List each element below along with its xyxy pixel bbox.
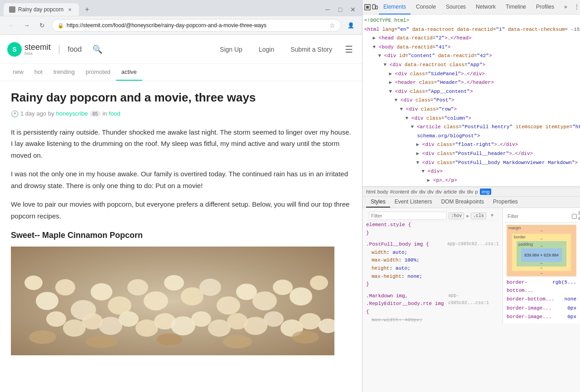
devtools-inspect-button[interactable] (364, 1, 371, 13)
devtools-tab-network[interactable]: Network (471, 0, 500, 15)
svg-point-16 (290, 287, 312, 305)
tab-new[interactable]: new (7, 64, 29, 81)
nav-tabs: new hot trending promoted active (0, 64, 362, 81)
tab-hot[interactable]: hot (29, 64, 48, 81)
dom-line-article-cont[interactable]: schema.org/blogPost"> (362, 132, 580, 141)
styles-tab-styles[interactable]: Styles (366, 197, 390, 208)
devtools-tab-console[interactable]: Console (411, 0, 440, 15)
devtools-tab-sources[interactable]: Sources (441, 0, 470, 15)
svg-rect-40 (366, 6, 369, 9)
tab-active[interactable]: active (116, 64, 142, 81)
dom-line-innerdiv[interactable]: ▼ <div> (362, 167, 580, 176)
styles-panel-tabs: Styles Event Listeners DOM Breakpoints P… (362, 197, 580, 208)
tab-promoted[interactable]: promoted (80, 64, 116, 81)
svg-point-35 (86, 335, 117, 348)
devtools-tab-profiles[interactable]: Profiles (532, 0, 559, 15)
dom-line-content[interactable]: ▼ <div id="content" data-reactid="42"> (362, 52, 580, 61)
dom-line-body[interactable]: ▼ <body data-reactid="41"> (362, 43, 580, 52)
login-button[interactable]: Login (253, 43, 280, 56)
breadcrumb-img[interactable]: img (480, 189, 492, 195)
dom-line-header[interactable]: ▶ <header class="Header">…</header> (362, 78, 580, 87)
breadcrumb-div2[interactable]: div (419, 189, 425, 194)
search-icon[interactable]: 🔍 (92, 44, 102, 54)
svg-rect-41 (372, 5, 375, 9)
window-maximize-button[interactable]: □ (335, 4, 346, 15)
breadcrumb-div1[interactable]: div (411, 189, 417, 194)
breadcrumb-article[interactable]: article (444, 189, 457, 194)
dom-line-sidepanel[interactable]: ▶ <div class="SidePanel">…</div> (362, 70, 580, 79)
hamburger-menu-button[interactable]: ☰ (343, 42, 355, 57)
svg-point-6 (24, 276, 43, 290)
dom-line-head[interactable]: ▶ <head data-reactid="2">…</head> (362, 34, 580, 43)
window-minimize-button[interactable]: ─ (322, 4, 333, 15)
breadcrumb-div6[interactable]: div (467, 189, 474, 194)
article-content: Rainy day popcorn and a movie, three way… (0, 81, 362, 392)
article-paragraph-3: We love to pair our movies with popcorn,… (11, 198, 351, 222)
dom-line-doctype[interactable]: <!DOCTYPE html> (362, 16, 580, 25)
meta-category[interactable]: food (109, 110, 120, 117)
ssl-icon: 🔒 (58, 23, 64, 29)
computed-prop-border-image-2: border-image... 0px (505, 313, 578, 322)
css-link-1[interactable]: app-c985c02...css:1 (447, 241, 499, 249)
breadcrumb-div5[interactable]: div (459, 189, 465, 194)
dom-line-floatright[interactable]: ▶ <div class="float-right">…</div> (362, 140, 580, 150)
svg-point-22 (119, 311, 139, 327)
breadcrumb-p[interactable]: p (475, 189, 478, 194)
styles-tab-event-listeners[interactable]: Event Listeners (390, 197, 437, 208)
devtools-tab-more[interactable]: » (560, 0, 572, 15)
svg-point-17 (310, 276, 328, 290)
devtools-tab-elements[interactable]: Elements (379, 0, 411, 15)
bookmark-icon[interactable]: ☆ (329, 22, 335, 29)
section-title: Sweet-- Maple Cinnamon Popcorn (11, 231, 351, 240)
new-tab-button[interactable]: + (81, 3, 93, 16)
styles-tab-dom-breakpoints[interactable]: DOM Breakpoints (436, 197, 488, 208)
dom-line-row[interactable]: ▼ <div class="row"> (362, 105, 580, 114)
breadcrumb-body[interactable]: body (377, 189, 388, 194)
meta-time: 1 day ago (20, 110, 46, 117)
dom-line-postfullheader[interactable]: ▶ <div class="PostFull__header">…</div> (362, 150, 580, 159)
dom-line-post[interactable]: ▼ <div class="Post"> (362, 96, 580, 105)
add-style-button[interactable]: + (488, 212, 496, 220)
dom-line-p1[interactable]: ▶ <p>…</p> (362, 176, 580, 185)
css-block-element-style: element.style { } (366, 221, 499, 237)
signup-button[interactable]: Sign Up (214, 43, 248, 56)
submit-story-button[interactable]: Submit a Story (285, 43, 338, 56)
svg-point-32 (299, 313, 321, 329)
breadcrumb-div3[interactable]: div (427, 189, 434, 194)
devtools-settings-button[interactable]: ⋮ (574, 1, 580, 13)
site-logo[interactable]: S steemit beta (7, 42, 51, 57)
svg-point-11 (199, 279, 221, 296)
computed-prop-border-bottom-2: border-bottom... none (505, 295, 578, 304)
devtools-device-button[interactable] (372, 1, 378, 13)
tab-trending[interactable]: trending (48, 64, 80, 81)
browser-tab[interactable]: Rainy day popcorn ✕ (4, 3, 79, 16)
styles-tab-properties[interactable]: Properties (488, 197, 522, 208)
dom-line-column[interactable]: ▼ <div class="column"> (362, 114, 580, 123)
dom-line-article[interactable]: ▼ <article class="PostFull hentry" items… (362, 123, 580, 132)
dom-line-appcontent[interactable]: ▼ <div class="App__content"> (362, 87, 580, 97)
dom-line-postfullbody[interactable]: ▼ <div class="PostFull__body MarkdownVie… (362, 159, 580, 168)
meta-author[interactable]: honeyscribe (56, 110, 88, 117)
dom-line-html[interactable]: <html lang="en" data-reactroot data-reac… (362, 25, 580, 34)
breadcrumb-div4[interactable]: div (435, 189, 442, 194)
dom-line-app[interactable]: ▼ <div data-reactroot class="App"> (362, 61, 580, 70)
breadcrumb-content[interactable]: #content (390, 189, 409, 194)
content-size: 839.984 × 629.984 (524, 253, 558, 257)
site-header: S steemit beta | food 🔍 Sign Up Login Su… (0, 35, 362, 64)
show-all-checkbox[interactable] (572, 214, 577, 219)
styles-filter-input[interactable] (369, 212, 447, 220)
cls-button[interactable]: .cls (471, 213, 486, 219)
hov-button[interactable]: :hov (449, 213, 464, 219)
window-close-button[interactable]: ✕ (348, 4, 358, 15)
breadcrumb-html[interactable]: html (366, 189, 376, 194)
address-bar[interactable]: 🔒 https://steemit.com/food/@honeyscribe/… (52, 19, 341, 32)
css-link-2[interactable]: app-c985c02...css:1 (448, 292, 499, 316)
computed-filter-input[interactable] (508, 213, 570, 219)
back-button[interactable]: ← (5, 19, 17, 31)
header-category[interactable]: food (68, 45, 82, 53)
refresh-button[interactable]: ↻ (36, 19, 48, 31)
forward-button[interactable]: → (21, 19, 33, 31)
devtools-tab-timeline[interactable]: Timeline (501, 0, 531, 15)
extensions-icon[interactable]: 👤 (345, 19, 357, 31)
tab-close-button[interactable]: ✕ (66, 6, 73, 13)
